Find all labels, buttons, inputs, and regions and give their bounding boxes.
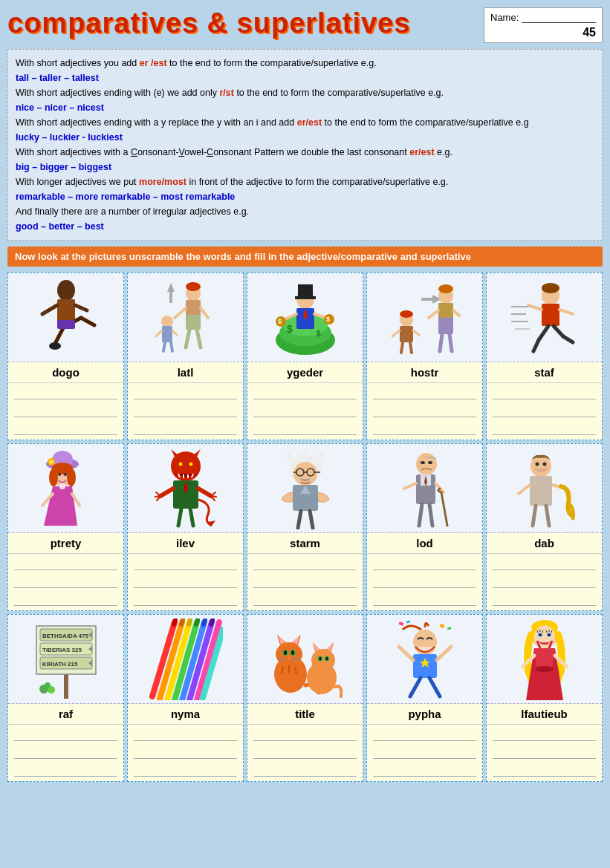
answer-line[interactable] bbox=[14, 576, 117, 588]
rule-3-example: lucky – luckier - luckiest bbox=[16, 130, 594, 145]
name-line: Name: bbox=[490, 11, 596, 23]
answer-line[interactable] bbox=[253, 405, 357, 417]
card-hostr: hostr bbox=[366, 273, 483, 440]
svg-text:TIBERIAS 325: TIBERIAS 325 bbox=[42, 647, 82, 653]
answer-line[interactable] bbox=[134, 558, 237, 570]
answer-line[interactable] bbox=[493, 576, 596, 588]
answer-line[interactable] bbox=[14, 558, 117, 570]
answer-line[interactable] bbox=[493, 388, 596, 399]
card-image-lod bbox=[367, 444, 482, 533]
card-title: title bbox=[247, 614, 363, 782]
svg-point-7 bbox=[49, 342, 61, 350]
main-title: comparatives & superlatives bbox=[7, 7, 476, 39]
svg-line-116 bbox=[298, 511, 301, 528]
card-image-ygeder: $ $ $ $ $ bbox=[247, 273, 363, 362]
answer-line[interactable] bbox=[493, 747, 596, 759]
card-image-ilev bbox=[128, 444, 243, 533]
svg-line-163 bbox=[196, 620, 198, 624]
answer-line[interactable] bbox=[493, 729, 596, 741]
card-label-title: title bbox=[247, 704, 363, 725]
card-nyma: nyma bbox=[127, 614, 244, 782]
answer-line[interactable] bbox=[14, 594, 117, 606]
card-lines-pypha bbox=[367, 725, 482, 781]
answer-line[interactable] bbox=[14, 765, 117, 777]
answer-line[interactable] bbox=[134, 423, 237, 435]
answer-line[interactable] bbox=[373, 576, 476, 588]
answer-line[interactable] bbox=[493, 594, 596, 606]
svg-marker-41 bbox=[421, 295, 441, 304]
svg-point-51 bbox=[400, 310, 413, 318]
svg-point-175 bbox=[291, 650, 294, 655]
answer-line[interactable] bbox=[134, 405, 237, 417]
answer-line[interactable] bbox=[373, 729, 476, 741]
answer-line[interactable] bbox=[373, 765, 476, 777]
answer-line[interactable] bbox=[373, 423, 476, 435]
answer-line[interactable] bbox=[493, 423, 596, 435]
answer-line[interactable] bbox=[14, 388, 117, 399]
svg-line-66 bbox=[554, 326, 563, 336]
answer-line[interactable] bbox=[14, 405, 117, 417]
answer-line[interactable] bbox=[493, 558, 596, 570]
card-label-hostr: hostr bbox=[367, 362, 482, 383]
answer-line[interactable] bbox=[134, 388, 237, 399]
svg-line-164 bbox=[204, 620, 205, 624]
answer-line[interactable] bbox=[14, 729, 117, 741]
svg-text:$: $ bbox=[317, 330, 321, 338]
page-number: 45 bbox=[583, 26, 596, 39]
svg-line-46 bbox=[429, 310, 438, 318]
answer-line[interactable] bbox=[134, 729, 237, 741]
svg-point-192 bbox=[319, 656, 321, 660]
answer-line[interactable] bbox=[134, 765, 237, 777]
answer-line[interactable] bbox=[373, 388, 476, 399]
card-label-nyma: nyma bbox=[128, 704, 243, 725]
answer-line[interactable] bbox=[14, 423, 117, 435]
answer-line[interactable] bbox=[373, 594, 476, 606]
svg-point-120 bbox=[428, 461, 432, 464]
answer-line[interactable] bbox=[14, 747, 117, 759]
svg-line-68 bbox=[563, 336, 573, 342]
answer-line[interactable] bbox=[373, 558, 476, 570]
svg-line-104 bbox=[178, 509, 181, 526]
card-lines-lod bbox=[367, 554, 482, 610]
answer-line[interactable] bbox=[373, 405, 476, 417]
answer-line[interactable] bbox=[253, 423, 357, 435]
svg-rect-198 bbox=[447, 627, 451, 630]
svg-line-23 bbox=[171, 342, 172, 351]
svg-text:$: $ bbox=[278, 318, 282, 325]
answer-line[interactable] bbox=[134, 576, 237, 588]
answer-line[interactable] bbox=[253, 729, 357, 741]
answer-line[interactable] bbox=[493, 765, 596, 777]
card-staf: staf bbox=[486, 273, 603, 440]
svg-line-202 bbox=[399, 647, 413, 660]
answer-line[interactable] bbox=[253, 765, 357, 777]
card-lines-ilev bbox=[128, 554, 243, 610]
name-underline[interactable] bbox=[522, 11, 596, 23]
svg-line-63 bbox=[528, 305, 542, 310]
card-ptrety: ptrety bbox=[7, 443, 124, 611]
svg-line-165 bbox=[211, 620, 212, 624]
svg-point-61 bbox=[542, 283, 559, 293]
rules-box: With short adjectives you add er /est to… bbox=[7, 49, 603, 241]
svg-rect-197 bbox=[439, 623, 444, 627]
svg-point-119 bbox=[421, 461, 425, 464]
rule-2: With short adjectives ending with (e) we… bbox=[16, 85, 594, 100]
svg-point-89 bbox=[189, 463, 192, 466]
svg-line-161 bbox=[181, 620, 183, 624]
answer-line[interactable] bbox=[134, 747, 237, 759]
svg-line-14 bbox=[175, 308, 186, 318]
svg-line-136 bbox=[533, 506, 536, 526]
answer-line[interactable] bbox=[373, 747, 476, 759]
answer-line[interactable] bbox=[253, 747, 357, 759]
answer-line[interactable] bbox=[134, 594, 237, 606]
answer-line[interactable] bbox=[253, 558, 357, 570]
answer-line[interactable] bbox=[253, 594, 357, 606]
answer-line[interactable] bbox=[493, 405, 596, 417]
answer-line[interactable] bbox=[253, 388, 357, 399]
svg-point-88 bbox=[179, 463, 182, 466]
svg-point-80 bbox=[59, 483, 65, 489]
svg-line-160 bbox=[174, 620, 175, 624]
card-lines-dogo bbox=[8, 383, 123, 440]
svg-line-96 bbox=[160, 489, 173, 496]
svg-line-205 bbox=[429, 678, 440, 696]
answer-line[interactable] bbox=[253, 576, 357, 588]
